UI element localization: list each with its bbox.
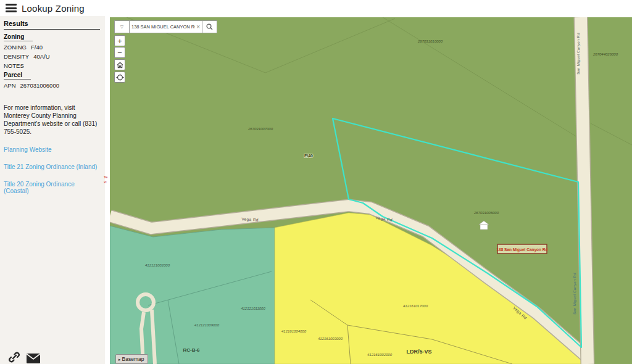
basemap-button-label: Basemap [122, 356, 144, 362]
results-sidebar: Results Zoning ZONING F/40 DENSITY 40A/U… [0, 16, 105, 364]
zoning-section-heading: Zoning [4, 32, 33, 41]
zoom-in-button[interactable]: + [114, 35, 125, 46]
zoning-basemap: 138 San Miguel Canyon Rd 267031010000 26… [110, 17, 632, 364]
parcel-label: 412161002000 [367, 353, 393, 357]
zone-code-label: LDR/5-VS [406, 349, 431, 355]
address-search-widget: ▽ 138 SAN MIGUEL CANYON RC × [114, 20, 217, 33]
home-icon [117, 62, 123, 68]
basemap-button[interactable]: ▸Basemap [115, 354, 148, 364]
parcel-label: 412121011000 [241, 307, 265, 310]
plus-icon: + [117, 36, 122, 46]
search-dropdown-button[interactable]: ▽ [114, 20, 130, 33]
clear-search-icon[interactable]: × [196, 24, 200, 30]
menu-icon[interactable] [6, 4, 17, 12]
field-label: DENSITY [4, 53, 29, 60]
link-planning-website[interactable]: Planning Website [4, 146, 100, 153]
results-heading: Results [4, 20, 100, 30]
info-text: For more information, visit Monterey Cou… [4, 104, 101, 136]
zoom-out-button[interactable]: − [114, 47, 125, 58]
selected-address-label: 138 San Miguel Canyon Rd [496, 247, 547, 252]
zone-code-label: RC-B-6 [183, 347, 200, 353]
link-title20-ordinance[interactable]: Title 20 Zoning Ordinance (Coastal) [4, 181, 100, 194]
app-header: Lookup Zoning [0, 0, 632, 16]
san-miguel-road [581, 17, 588, 364]
field-value: 267031006000 [20, 82, 59, 89]
zone-teal-rcb6 [110, 226, 275, 364]
field-value: 40A/U [33, 53, 49, 60]
search-input-value: 138 SAN MIGUEL CANYON RC [131, 24, 195, 30]
field-label: ZONING [4, 44, 27, 51]
apn-row: APN 267031006000 [4, 81, 100, 90]
page-title: Lookup Zoning [22, 3, 85, 14]
arrow-right-icon: ▸ [118, 357, 121, 362]
parcel-label: 412161003000 [318, 337, 343, 341]
sidebar-footer-icons [7, 349, 100, 364]
email-icon[interactable] [26, 353, 41, 364]
chevron-down-icon: ▽ [120, 25, 123, 30]
home-button[interactable] [114, 59, 125, 70]
field-label: APN [4, 82, 16, 89]
zoning-map-canvas[interactable]: 138 San Miguel Canyon Rd 267031010000 26… [110, 17, 632, 364]
field-label: NOTES [4, 62, 24, 69]
road-label-san-miguel: San Miguel Canyon Rd [576, 33, 580, 75]
parcel-label: 412161004000 [281, 329, 307, 333]
locate-button[interactable] [114, 72, 125, 83]
parcel-section-heading: Parcel [4, 70, 31, 80]
parcel-label: 412121009000 [194, 323, 220, 327]
search-icon [206, 23, 213, 30]
zone-code-label: F/40 [304, 154, 313, 158]
field-value: F/40 [31, 44, 43, 51]
search-input[interactable]: 138 SAN MIGUEL CANYON RC × [130, 20, 202, 33]
parcel-label: 267031007000 [247, 127, 273, 131]
edge-vertical-text: Text [104, 175, 108, 184]
notes-row: NOTES [4, 61, 100, 70]
parcel-label: 412121002000 [145, 263, 170, 267]
search-button[interactable] [202, 20, 217, 33]
road-label-san-miguel: San Miguel Canyon Rd [573, 273, 576, 315]
parcel-label: 267044026000 [592, 52, 618, 56]
link-title21-ordinance[interactable]: Title 21 Zoning Ordinance (Inland) [4, 163, 100, 170]
parcel-label-selected: 267031006000 [473, 211, 499, 215]
density-row: DENSITY 40A/U [4, 52, 100, 61]
share-link-icon[interactable] [7, 350, 21, 364]
parcel-label: 412161017000 [403, 304, 428, 308]
zoning-row: ZONING F/40 [4, 43, 100, 52]
gps-locate-icon [116, 73, 124, 81]
parcel-label: 267031010000 [417, 39, 443, 43]
minus-icon: − [117, 48, 122, 57]
